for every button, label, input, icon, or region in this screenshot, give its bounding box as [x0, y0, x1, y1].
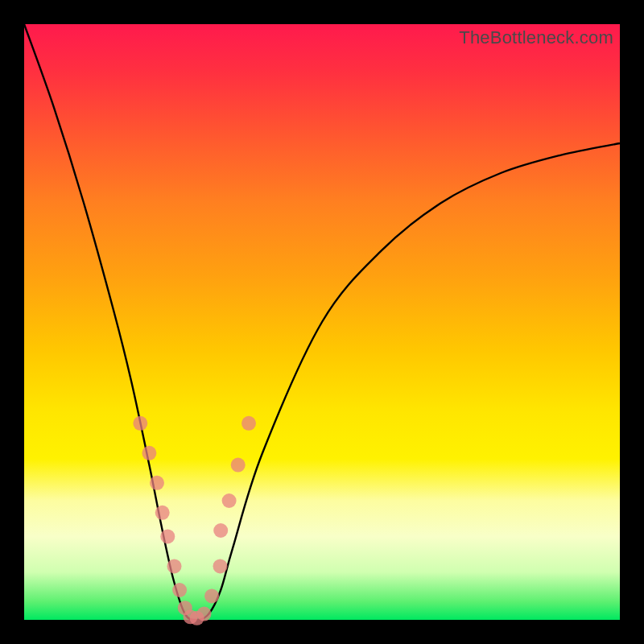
highlight-point [167, 559, 182, 573]
curve-layer [24, 24, 620, 620]
highlight-point [222, 493, 237, 508]
plot-area: TheBottleneck.com [24, 24, 620, 620]
highlight-points [133, 416, 256, 625]
highlight-point [197, 607, 212, 621]
highlight-point [142, 446, 156, 460]
chart-frame: TheBottleneck.com [0, 0, 644, 644]
highlight-point [172, 583, 187, 597]
highlight-point [160, 529, 175, 543]
highlight-point [242, 416, 256, 431]
highlight-point [150, 476, 164, 490]
bottleneck-curve [24, 24, 620, 620]
highlight-point [204, 588, 219, 603]
highlight-point [133, 416, 147, 431]
highlight-point [213, 523, 228, 538]
highlight-point [213, 559, 228, 573]
highlight-point [231, 458, 246, 473]
highlight-point [155, 506, 170, 520]
